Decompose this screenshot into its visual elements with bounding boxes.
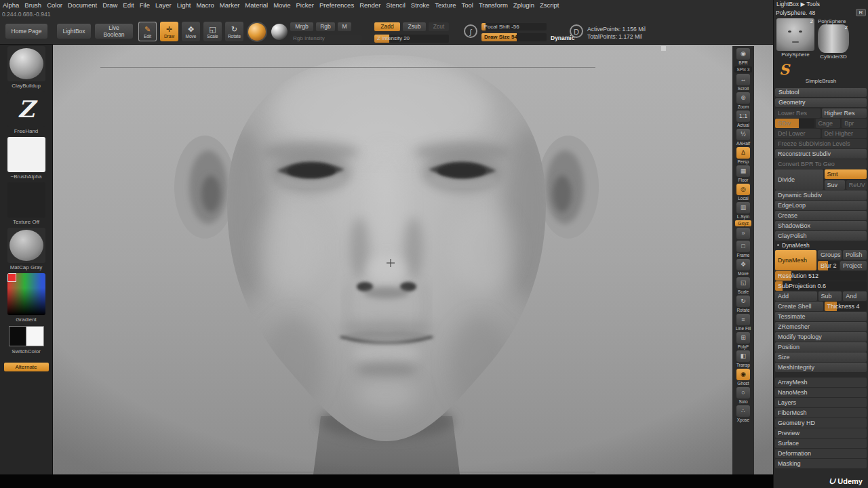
recent-tool-thumbnail[interactable]: 2 xyxy=(818,24,849,53)
menu-material[interactable]: Material xyxy=(245,0,268,10)
palette-bar-subtool[interactable]: Subtool xyxy=(775,88,867,97)
panel-suv[interactable]: Suv xyxy=(825,180,845,190)
panel-resolution-512[interactable]: Resolution 512 xyxy=(775,271,867,281)
panel-and[interactable]: And xyxy=(843,291,867,301)
polyf-button[interactable]: ⊞PolyF xyxy=(733,332,753,349)
menu-edit[interactable]: Edit xyxy=(123,0,134,10)
zoom-button[interactable]: ⊕Zoom xyxy=(733,92,753,109)
z-intensity-slider[interactable]: Z Intensity 20 xyxy=(374,35,449,43)
panel-crease[interactable]: Crease xyxy=(775,211,867,220)
palette-bar-geometry[interactable]: Geometry xyxy=(775,98,867,107)
menu-zplugin[interactable]: Zplugin xyxy=(513,0,534,10)
menu-texture[interactable]: Texture xyxy=(435,0,456,10)
rotate-mode-button[interactable]: ↻Rotate xyxy=(225,22,243,41)
panel-geometry-hd[interactable]: Geometry HD xyxy=(775,418,867,428)
simplebrush-icon[interactable]: S xyxy=(779,62,795,77)
r-button[interactable]: R xyxy=(856,9,866,16)
actual-button[interactable]: 1:1Actual xyxy=(733,110,753,127)
panel-arraymesh[interactable]: ArrayMesh xyxy=(775,378,867,387)
panel-sub[interactable]: Sub xyxy=(818,291,842,301)
persp-button[interactable]: ∆Persp xyxy=(733,147,753,164)
menu-macro[interactable]: Macro xyxy=(196,0,214,10)
panel-groups[interactable]: Groups xyxy=(818,250,842,260)
zadd-button[interactable]: Zadd xyxy=(374,22,400,31)
menu-transform[interactable]: Transform xyxy=(479,0,508,10)
menu-preferences[interactable]: Preferences xyxy=(319,0,354,10)
panel-meshintegrity[interactable]: MeshIntegrity xyxy=(775,363,867,372)
panel-preview[interactable]: Preview xyxy=(775,428,867,438)
dock-handle[interactable] xyxy=(661,46,666,51)
menu-stroke[interactable]: Stroke xyxy=(411,0,429,10)
menu-draw[interactable]: Draw xyxy=(102,0,117,10)
panel-dynamesh[interactable]: DynaMesh xyxy=(775,250,816,270)
draw-size-slider[interactable]: Draw Size 54 xyxy=(481,33,547,41)
menu-stencil[interactable]: Stencil xyxy=(386,0,406,10)
draw-mode-button[interactable]: ✛Draw xyxy=(160,22,178,41)
menu-zscript[interactable]: Zscript xyxy=(540,0,559,10)
white-square-icon[interactable] xyxy=(7,137,45,172)
gray-sphere-icon[interactable] xyxy=(7,228,45,263)
panel-divide[interactable]: Divide xyxy=(775,169,823,190)
transp-button[interactable]: ◧Transp xyxy=(733,350,753,367)
local-button[interactable]: ◎Local xyxy=(733,184,753,201)
panel-polish[interactable]: Polish xyxy=(843,250,867,260)
live-boolean-button[interactable]: Live Boolean xyxy=(95,24,133,39)
panel-edgeloop[interactable]: EdgeLoop xyxy=(775,201,867,210)
panel-position[interactable]: Position xyxy=(775,342,867,352)
panel-dynamic-subdiv[interactable]: Dynamic Subdiv xyxy=(775,190,867,200)
xpose-button[interactable]: ∴Xpose xyxy=(733,405,753,422)
material-ball-icon[interactable] xyxy=(248,23,266,41)
breadcrumb[interactable]: LightBox ▶ Tools xyxy=(774,0,868,8)
z-stroke-icon[interactable]: Z xyxy=(7,92,45,127)
panel-add[interactable]: Add xyxy=(775,291,817,301)
color-picker-icon[interactable] xyxy=(7,273,45,315)
mrgb-button[interactable]: Mrgb xyxy=(290,22,313,31)
frame-button[interactable]: □Frame xyxy=(733,241,753,258)
lightbox-button[interactable]: LightBox xyxy=(57,24,91,39)
menu-marker[interactable]: Marker xyxy=(220,0,240,10)
document-canvas[interactable] xyxy=(53,45,773,474)
panel-blur-2[interactable]: Blur 2 xyxy=(818,261,839,270)
panel-masking[interactable]: Masking xyxy=(775,459,867,468)
panel-nanomesh[interactable]: NanoMesh xyxy=(775,388,867,397)
bpr-button[interactable]: ◉BPR xyxy=(733,48,753,65)
menu-picker[interactable]: Picker xyxy=(296,0,314,10)
menu-render[interactable]: Render xyxy=(359,0,380,10)
section-dynamesh[interactable]: DynaMesh xyxy=(775,241,867,249)
panel-fibermesh[interactable]: FiberMesh xyxy=(775,408,867,418)
menu-layer[interactable]: Layer xyxy=(155,0,172,10)
menu-document[interactable]: Document xyxy=(68,0,97,10)
panel-zremesher[interactable]: ZRemesher xyxy=(775,322,867,331)
panel-create-shell[interactable]: Create Shell xyxy=(775,302,823,311)
swatch-pair-icon[interactable] xyxy=(7,325,45,347)
panel-project[interactable]: Project xyxy=(840,261,867,270)
focal-gadget-icon[interactable]: ∫ xyxy=(464,24,477,38)
edit-mode-button[interactable]: ✎Edit xyxy=(138,22,157,41)
menu-light[interactable]: Light xyxy=(177,0,191,10)
empty-square-icon[interactable] xyxy=(7,182,45,218)
canvas-3d-view[interactable] xyxy=(53,45,773,474)
clay-sphere-icon[interactable] xyxy=(7,46,45,81)
menu-movie[interactable]: Movie xyxy=(273,0,290,10)
depth-gadget-icon[interactable]: D xyxy=(570,24,583,38)
scroll-button[interactable]: ↔Scroll xyxy=(733,74,753,91)
move-button[interactable]: ✥Move xyxy=(733,259,753,276)
stroke-sphere-icon[interactable] xyxy=(271,24,288,40)
menu-tool[interactable]: Tool xyxy=(461,0,473,10)
alternate-button[interactable]: Alternate xyxy=(4,363,49,371)
floor-button[interactable]: ▦Floor xyxy=(733,165,753,182)
panel-claypolish[interactable]: ClayPolish xyxy=(775,231,867,241)
panel-modify-topology[interactable]: Modify Topology xyxy=(775,332,867,342)
aahalf-button[interactable]: ½AAHalf xyxy=(733,129,753,146)
menu-file[interactable]: File xyxy=(140,0,150,10)
focal-shift-slider[interactable]: Focal Shift -56 xyxy=(481,23,547,30)
menu-color[interactable]: Color xyxy=(47,0,62,10)
rotate-button[interactable]: ↻Rotate xyxy=(733,296,753,312)
panel-size[interactable]: Size xyxy=(775,352,867,362)
zsub-button[interactable]: Zsub xyxy=(403,22,426,31)
comment-button[interactable]: » xyxy=(733,228,753,239)
spix-3-button[interactable]: SPix 3 xyxy=(733,66,753,73)
rgb-button[interactable]: Rgb xyxy=(316,22,335,31)
panel-reconstruct-subdiv[interactable]: Reconstruct Subdiv xyxy=(775,149,867,159)
panel-thickness-4[interactable]: Thickness 4 xyxy=(825,302,867,311)
